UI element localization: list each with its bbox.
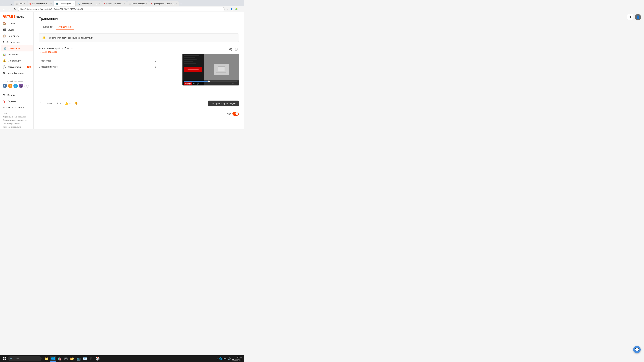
- tab-title: rooms doors roblox: 1 тыс исо...: [106, 3, 122, 5]
- stat-label-chat: Сообщений в чате: [39, 65, 62, 68]
- sidebar-label: Справка: [8, 100, 16, 103]
- chat-toggle[interactable]: [232, 112, 239, 116]
- tab-favicon: 🔖: [29, 3, 32, 5]
- browser-back-icon[interactable]: ←: [1, 2, 5, 6]
- tab-close-icon[interactable]: ✕: [176, 3, 177, 5]
- svg-point-0: [231, 48, 232, 49]
- extensions-button[interactable]: 🧩: [234, 7, 238, 11]
- tab-opening-door[interactable]: ● Opening Door · Creator Store ✕: [149, 1, 179, 6]
- bookmark-button[interactable]: ☆: [226, 7, 229, 11]
- sidebar-item-complaints[interactable]: ⚑ Жалобы: [0, 92, 33, 98]
- browser-forward-icon[interactable]: →: [6, 2, 10, 6]
- browser-favicon-area: ← → ↻: [1, 2, 13, 6]
- sidebar-item-video[interactable]: 🎬 Видео: [0, 27, 33, 33]
- contact-icon: ✉: [3, 106, 5, 109]
- share-button[interactable]: [228, 47, 233, 52]
- end-stream-button[interactable]: Завершить трансляцию: [208, 100, 239, 106]
- forward-button[interactable]: →: [7, 7, 12, 11]
- stat-row-views: Просмотров 1: [39, 58, 156, 64]
- tab-close-icon[interactable]: ✕: [24, 3, 26, 5]
- sidebar-label: Главная: [8, 22, 16, 25]
- footer-link-info[interactable]: Информационные сообщения: [3, 115, 31, 119]
- volume-icon[interactable]: 🔊: [196, 82, 199, 85]
- viewers-count: 👁 2: [56, 102, 61, 105]
- profile-button[interactable]: 👤: [230, 7, 234, 11]
- analytics-icon: 📊: [3, 53, 6, 56]
- tab-close-icon[interactable]: ✕: [124, 3, 125, 5]
- browser-chrome: ← → ↻ 📰 Дзен ✕ 🔖 Как найти? Как пройти? …: [0, 0, 244, 12]
- tab-howto[interactable]: 🔖 Как найти? Как пройти? | Те... ✕: [28, 1, 53, 6]
- tab-title: Новая вкладка: [132, 3, 145, 5]
- sidebar-item-help[interactable]: ❓ Справка: [0, 98, 33, 104]
- tab-dzen[interactable]: 📰 Дзен ✕: [14, 1, 27, 6]
- footer-link-terms[interactable]: Пользовательское соглашение: [3, 119, 31, 122]
- sidebar-label: Аналитика: [8, 53, 18, 56]
- menu-button[interactable]: ⋮: [239, 7, 243, 11]
- tab-favicon: ●: [104, 3, 105, 5]
- tab-close-icon[interactable]: ✕: [146, 3, 147, 5]
- address-bar[interactable]: https://studio.rutube.ru/stream/00a8ea8a…: [18, 7, 224, 11]
- address-text: https://studio.rutube.ru/stream/00a8ea8a…: [20, 8, 83, 10]
- external-link-button[interactable]: [234, 47, 239, 52]
- tab-strip: ← → ↻ 📰 Дзен ✕ 🔖 Как найти? Как пройти? …: [0, 0, 244, 6]
- tab-close-icon[interactable]: ✕: [50, 3, 52, 5]
- ok-icon[interactable]: О: [8, 84, 12, 88]
- svg-point-2: [231, 50, 232, 50]
- tab-rutube-studio[interactable]: 📺 Rutube Студия ✕: [54, 1, 76, 6]
- tab-favicon: 📺: [56, 2, 58, 5]
- sidebar-label: Настройка канала: [7, 72, 25, 74]
- back-button[interactable]: ←: [1, 7, 6, 11]
- tab-title: Opening Door · Creator Store: [153, 3, 174, 5]
- progress-bar[interactable]: [184, 81, 238, 82]
- tab-control[interactable]: Управление: [56, 24, 74, 30]
- sidebar-item-contact[interactable]: ✉ Связаться с нами: [0, 104, 33, 111]
- browser-refresh-icon[interactable]: ↻: [10, 2, 13, 6]
- footer-about: О нас: [3, 112, 31, 115]
- sidebar-item-comments[interactable]: 💬 Комментарии +1: [0, 64, 33, 70]
- tab-favicon: 📰: [16, 3, 18, 5]
- add-social-icon[interactable]: +: [24, 84, 28, 88]
- dislikes-icon: 👎: [74, 102, 78, 105]
- sidebar-item-monetization[interactable]: 💰 Монетизация: [0, 58, 33, 64]
- viber-icon[interactable]: 📞: [19, 84, 23, 88]
- likes-count: 👍 0: [65, 102, 70, 105]
- stat-label-views: Просмотров: [39, 59, 62, 62]
- stat-value-views: 1: [153, 59, 156, 62]
- sidebar-item-channel-settings[interactable]: ⚙ Настройка канала: [0, 70, 33, 76]
- dislikes-value: 0: [79, 102, 80, 105]
- comments-badge: +1: [27, 66, 31, 68]
- home-icon: 🏠: [3, 22, 6, 25]
- tab-close-icon[interactable]: ✕: [72, 3, 74, 4]
- tab-settings[interactable]: Настройки: [39, 24, 56, 30]
- footer-link-legal[interactable]: Правовая информация: [3, 125, 31, 129]
- preview-area: В эфире ⏮ 🔊 ⚙ ⛶: [182, 47, 239, 85]
- tab-rooms-yandex[interactable]: 🔍 Rooms Doors — Яндекс: наш... ✕: [76, 1, 102, 6]
- rewind-icon[interactable]: ⏮: [193, 82, 195, 85]
- sidebar-item-streams[interactable]: 📡 Трансляции: [1, 45, 33, 51]
- tab-rooms-roblox[interactable]: ● rooms doors roblox: 1 тыс исо... ✕: [102, 1, 127, 6]
- sidebar-footer: О нас Информационные сообщения Пользоват…: [0, 111, 33, 129]
- sidebar-item-home[interactable]: 🏠 Главная: [0, 20, 33, 27]
- dislikes-count: 👎 0: [74, 102, 80, 105]
- sidebar-item-playlists[interactable]: 📋 Плейлисты: [0, 33, 33, 39]
- tab-close-icon[interactable]: ✕: [99, 3, 100, 5]
- sidebar-item-analytics[interactable]: 📊 Аналитика: [0, 51, 33, 58]
- sidebar-label: Трансляции: [8, 47, 20, 50]
- reload-button[interactable]: ↻: [13, 7, 17, 11]
- sidebar-item-upload[interactable]: ⬆ Загрузка видео: [0, 39, 33, 45]
- sidebar-social: Подписывайтесь на нас В О ✈ 📞 +: [0, 79, 33, 89]
- vk-icon[interactable]: В: [3, 84, 7, 88]
- tab-new[interactable]: ⬜ Новая вкладка ✕: [127, 1, 149, 6]
- tab-favicon: ⬜: [129, 3, 131, 5]
- alert-icon: 🔔: [42, 36, 46, 39]
- new-tab-button[interactable]: +: [179, 2, 183, 6]
- footer-link-privacy[interactable]: Конфиденциальность: [3, 122, 31, 125]
- chevron-down-icon: ▾: [58, 51, 58, 53]
- telegram-icon[interactable]: ✈: [14, 84, 18, 88]
- tab-favicon: ●: [151, 3, 152, 5]
- toggle-knob: [236, 112, 238, 115]
- settings-video-icon[interactable]: ⚙: [232, 82, 234, 85]
- fullscreen-icon[interactable]: ⛶: [236, 82, 238, 85]
- timer-icon: ⏱: [39, 102, 42, 105]
- stream-info-area: В эфире ⏮ 🔊 ⚙ ⛶ 2-я попытка пройти Rooms…: [39, 47, 239, 94]
